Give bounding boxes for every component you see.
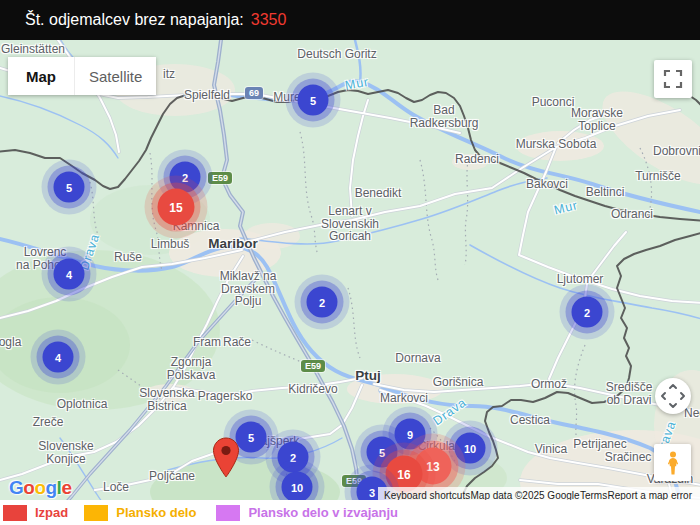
map[interactable]: GleinstättenDeutsch GoritzitzSpielfeldMu…	[0, 40, 700, 525]
legend-item: Plansko delo	[84, 505, 196, 521]
cluster-marker[interactable]: 4	[43, 342, 74, 373]
pin-icon	[213, 437, 240, 478]
legend-label: Izpad	[35, 505, 68, 520]
cluster-marker[interactable]: 2	[572, 297, 603, 328]
legend-swatch	[216, 505, 240, 521]
location-pin[interactable]	[213, 437, 240, 482]
attribution-item[interactable]: Terms	[580, 490, 607, 501]
pan-control[interactable]	[655, 378, 691, 414]
attribution-item: Map data ©2025 Google	[471, 490, 580, 501]
legend-bar: IzpadPlansko deloPlansko delo v izvajanj…	[0, 500, 700, 525]
attribution-item[interactable]: Report a map error	[608, 490, 692, 501]
cluster-marker[interactable]: 5	[298, 85, 329, 116]
map-button[interactable]: Map	[8, 57, 75, 95]
legend-item: Izpad	[3, 505, 68, 521]
google-logo-letter: g	[46, 477, 57, 498]
app-window: Št. odjemalcev brez napajanja: 3350	[0, 0, 700, 525]
cluster-marker[interactable]: 5	[236, 422, 267, 453]
cluster-marker[interactable]: 5	[54, 172, 85, 203]
cluster-marker[interactable]: 4	[54, 259, 85, 290]
fullscreen-icon	[663, 69, 683, 89]
street-view-person-icon	[661, 450, 685, 476]
cluster-marker[interactable]: 2	[278, 442, 309, 473]
outage-label: Št. odjemalcev brez napajanja:	[25, 11, 244, 29]
google-logo-letter: o	[23, 477, 34, 498]
legend-label: Plansko delo	[116, 505, 196, 520]
satellite-button[interactable]: Satellite	[75, 57, 156, 95]
cluster-marker[interactable]: 9	[395, 419, 426, 450]
google-logo-letter: G	[9, 477, 23, 498]
legend-swatch	[84, 505, 108, 521]
legend-item: Plansko delo v izvajanju	[216, 505, 398, 521]
cluster-marker[interactable]: 2	[307, 287, 338, 318]
map-type-control: Map Satellite	[8, 57, 156, 95]
cluster-marker[interactable]: 15	[158, 189, 195, 226]
legend-swatch	[3, 505, 27, 521]
pegman-button[interactable]	[654, 444, 691, 481]
google-logo-letter: e	[61, 477, 71, 498]
four-way-arrows-icon	[658, 381, 688, 411]
map-markers-layer: 5215544225910521316103	[0, 40, 700, 525]
outage-count: 3350	[251, 11, 287, 29]
cluster-marker[interactable]: 10	[455, 433, 486, 464]
attribution-item[interactable]: Keyboard shortcuts	[384, 490, 470, 501]
fullscreen-button[interactable]	[654, 60, 692, 98]
google-logo-letter: o	[34, 477, 45, 498]
legend-label: Plansko delo v izvajanju	[248, 505, 398, 520]
google-logo[interactable]: Google	[9, 477, 71, 499]
header-bar: Št. odjemalcev brez napajanja: 3350	[0, 0, 700, 40]
cluster-marker[interactable]: 10	[282, 472, 313, 503]
